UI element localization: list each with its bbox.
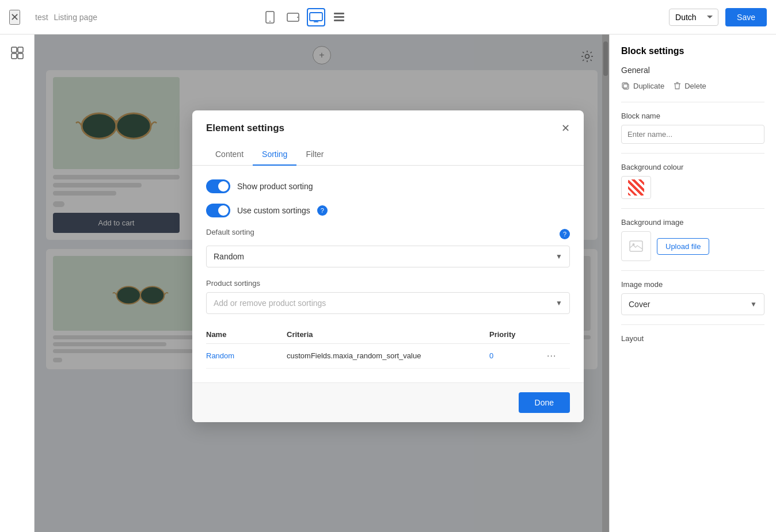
product-sortings-label: Product sortings bbox=[206, 279, 570, 288]
bg-image-label: Background image bbox=[621, 218, 764, 227]
layout-icon[interactable] bbox=[6, 41, 29, 64]
layout-label: Layout bbox=[621, 334, 764, 343]
show-product-sorting-toggle[interactable] bbox=[206, 179, 230, 193]
element-settings-modal: Element settings ✕ Content Sorting Filte… bbox=[192, 110, 584, 422]
default-sorting-chevron-icon: ▼ bbox=[556, 252, 562, 261]
mobile-icon[interactable] bbox=[261, 8, 279, 26]
modal-body: Show product sorting Use custom sortings… bbox=[192, 166, 584, 382]
duplicate-button[interactable]: Duplicate bbox=[621, 82, 664, 90]
show-product-sorting-label: Show product sorting bbox=[237, 182, 313, 191]
tab-sorting[interactable]: Sorting bbox=[253, 144, 296, 166]
close-button[interactable]: ✕ bbox=[9, 10, 20, 25]
modal-tabs: Content Sorting Filter bbox=[192, 144, 584, 166]
use-custom-sortings-row: Use custom sortings ? bbox=[206, 204, 570, 217]
image-mode-dropdown[interactable]: Cover ▼ bbox=[621, 293, 764, 315]
svg-rect-4 bbox=[310, 13, 322, 21]
default-sorting-value: Random bbox=[214, 252, 244, 261]
left-sidebar bbox=[0, 35, 35, 532]
svg-rect-7 bbox=[334, 20, 344, 21]
product-sortings-chevron-icon: ▼ bbox=[556, 299, 562, 307]
sortings-table: Name Criteria Priority Random customFiel… bbox=[206, 326, 570, 369]
default-sorting-label: Default sorting bbox=[206, 228, 254, 236]
use-custom-sortings-label: Use custom sortings bbox=[237, 206, 310, 215]
block-actions: Duplicate Delete bbox=[621, 82, 764, 90]
image-mode-chevron-icon: ▼ bbox=[750, 300, 757, 308]
modal-close-button[interactable]: ✕ bbox=[561, 122, 570, 135]
svg-rect-8 bbox=[12, 47, 17, 52]
product-sortings-dropdown[interactable]: Add or remove product sortings ▼ bbox=[206, 292, 570, 314]
row-actions-menu[interactable]: ··· bbox=[547, 343, 570, 368]
done-button[interactable]: Done bbox=[519, 392, 570, 413]
default-sorting-header: Default sorting ? bbox=[206, 228, 570, 241]
bg-image-upload: Upload file bbox=[621, 231, 764, 261]
block-name-label: Block name bbox=[621, 112, 764, 120]
image-placeholder bbox=[621, 231, 651, 261]
svg-rect-10 bbox=[12, 53, 17, 59]
list-view-icon[interactable] bbox=[330, 8, 348, 26]
tab-content[interactable]: Content bbox=[206, 144, 253, 166]
bg-colour-label: Background colour bbox=[621, 163, 764, 171]
svg-rect-5 bbox=[334, 13, 344, 14]
bg-colour-picker[interactable] bbox=[621, 176, 651, 199]
modal-footer: Done bbox=[192, 382, 584, 422]
modal-title: Element settings bbox=[206, 123, 284, 134]
color-swatch bbox=[628, 179, 644, 196]
svg-rect-6 bbox=[334, 16, 344, 18]
device-switcher bbox=[261, 8, 348, 26]
modal-header: Element settings ✕ bbox=[192, 110, 584, 135]
row-name[interactable]: Random bbox=[206, 343, 287, 368]
desktop-icon[interactable] bbox=[307, 8, 325, 26]
language-select[interactable]: Dutch English French bbox=[669, 9, 718, 26]
custom-sortings-help-icon[interactable]: ? bbox=[317, 205, 328, 216]
save-button[interactable]: Save bbox=[725, 8, 767, 26]
svg-point-1 bbox=[269, 21, 271, 22]
svg-rect-9 bbox=[18, 47, 23, 52]
table-header-actions bbox=[547, 326, 570, 344]
delete-button[interactable]: Delete bbox=[674, 82, 706, 90]
image-mode-label: Image mode bbox=[621, 280, 764, 289]
topbar-right: Dutch English French Save bbox=[669, 8, 767, 26]
use-custom-sortings-toggle[interactable] bbox=[206, 204, 230, 217]
tab-filter[interactable]: Filter bbox=[296, 144, 333, 166]
default-sorting-help-icon[interactable]: ? bbox=[560, 229, 570, 239]
block-name-input[interactable] bbox=[621, 125, 764, 144]
table-row: Random customFields.maxia_random_sort_va… bbox=[206, 343, 570, 368]
topbar: ✕ test Listing page Dutch English French… bbox=[0, 0, 776, 35]
row-actions-icon[interactable]: ··· bbox=[547, 351, 556, 361]
show-product-sorting-row: Show product sorting bbox=[206, 179, 570, 193]
row-priority: 0 bbox=[489, 343, 547, 368]
page-title: test Listing page bbox=[32, 13, 97, 22]
block-settings-title: Block settings bbox=[621, 46, 764, 56]
svg-point-3 bbox=[297, 17, 298, 18]
general-section-label: General bbox=[621, 66, 764, 75]
row-criteria: customFields.maxia_random_sort_value bbox=[287, 343, 489, 368]
svg-rect-11 bbox=[18, 53, 23, 59]
default-sorting-dropdown[interactable]: Random ▼ bbox=[206, 246, 570, 267]
table-header-priority: Priority bbox=[489, 326, 547, 344]
right-sidebar: Block settings General Duplicate Delete … bbox=[609, 35, 776, 532]
tablet-icon[interactable] bbox=[284, 8, 302, 26]
product-sortings-placeholder: Add or remove product sortings bbox=[214, 298, 326, 308]
upload-file-button[interactable]: Upload file bbox=[657, 238, 709, 255]
table-header-criteria: Criteria bbox=[287, 326, 489, 344]
table-header-name: Name bbox=[206, 326, 287, 344]
